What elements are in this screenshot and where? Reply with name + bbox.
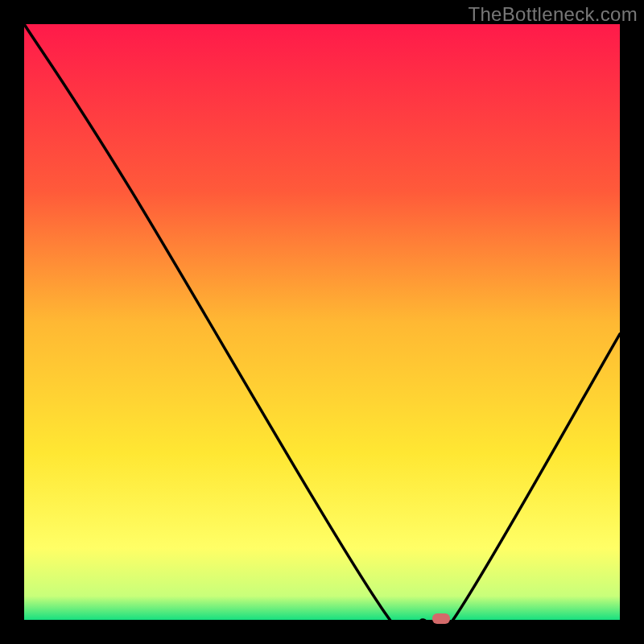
- plot-gradient-area: [24, 24, 620, 620]
- optimal-marker: [432, 613, 450, 624]
- chart-container: { "watermark": "TheBottleneck.com", "cha…: [0, 0, 644, 644]
- watermark-text: TheBottleneck.com: [468, 3, 638, 26]
- chart-svg: [0, 0, 644, 644]
